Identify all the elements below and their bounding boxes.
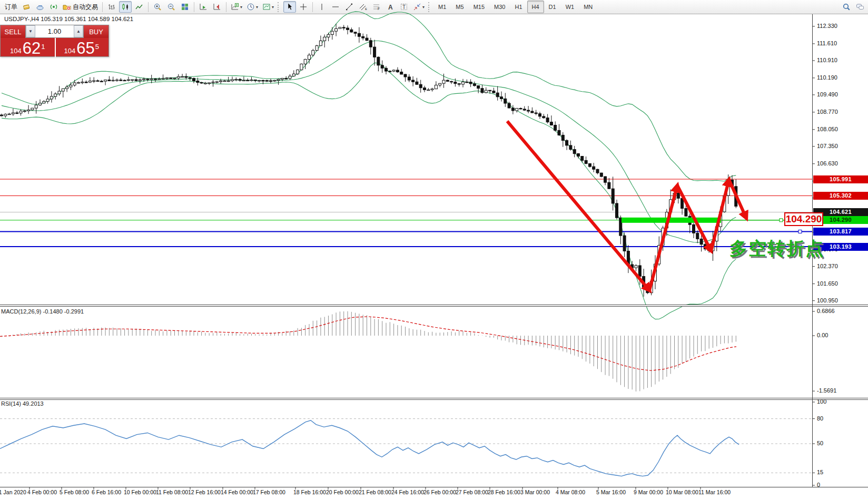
candle [458, 83, 460, 86]
price-scale-tick: 100.950 [817, 297, 838, 304]
sell-price-point: 1 [41, 43, 45, 51]
candle [477, 85, 480, 93]
time-axis-label: 28 Feb 16:00 [488, 489, 520, 495]
candle [347, 25, 349, 34]
rsi-label: RSI(14) 49.2013 [1, 400, 44, 407]
candle [319, 36, 322, 46]
candle [350, 27, 353, 33]
price-scale-tick: 112.330 [817, 23, 837, 29]
candle [131, 79, 134, 82]
candle [27, 105, 30, 114]
volume-up-button[interactable]: ▲ [74, 25, 83, 37]
macd-signal-line [0, 317, 736, 370]
time-axis-label: 4 Feb 00:00 [27, 489, 57, 495]
candle [342, 25, 345, 30]
candle [473, 82, 476, 87]
pane-separator-rsi[interactable] [0, 398, 868, 400]
candle [381, 61, 383, 73]
candle [558, 124, 560, 136]
candle [496, 86, 499, 101]
candle [292, 70, 295, 76]
macd-scale-tick: -1.5691 [817, 387, 836, 394]
candle [54, 92, 57, 100]
line-anchor-handle[interactable] [798, 230, 802, 233]
candle [58, 86, 61, 95]
trend-arrow[interactable] [649, 185, 677, 290]
candle [215, 81, 218, 83]
candle [539, 112, 541, 119]
mt4-terminal: 订单自动交易▾▾▾EFAT▾M1M5M15M30H1H4D1W1MN USDJP… [0, 0, 868, 499]
candle [550, 115, 553, 125]
candle [300, 64, 303, 71]
line-anchor-handle[interactable] [780, 219, 783, 222]
candle [327, 33, 330, 41]
candle [150, 75, 153, 83]
candle [596, 169, 599, 174]
candle [700, 236, 703, 252]
buy-price[interactable]: 104 65 5 [55, 38, 109, 57]
candle [508, 102, 510, 109]
candle [446, 80, 449, 82]
candle [419, 80, 422, 93]
candle [635, 264, 637, 271]
price-scale-tick: 107.350 [817, 143, 838, 149]
rsi-scale-tick: 0 [817, 482, 820, 488]
candle [593, 163, 595, 172]
candle [535, 110, 537, 115]
chart-annotation-text[interactable]: 多空转折点 [729, 237, 824, 261]
rsi-line [0, 420, 739, 476]
trend-arrow[interactable] [711, 180, 729, 251]
rsi-scale-tick: 50 [817, 440, 823, 446]
volume-value[interactable]: 1.00 [35, 25, 74, 37]
pane-separator-macd[interactable] [0, 305, 868, 307]
candle [127, 76, 130, 81]
trend-arrow[interactable] [507, 121, 649, 290]
candle [366, 34, 368, 41]
volume-spinner: ▼ 1.00 ▲ [25, 25, 84, 38]
candle [561, 132, 564, 147]
sell-price[interactable]: 104 62 1 [1, 38, 55, 57]
highlighted-support-bar[interactable] [622, 218, 721, 223]
candle [31, 108, 34, 111]
candle [96, 80, 99, 82]
candle [577, 153, 580, 159]
time-axis-label: 18 Feb 16:00 [293, 489, 326, 495]
candlesticks [1, 24, 737, 297]
candle [70, 82, 72, 90]
time-axis-label: 10 Mar 08:00 [666, 489, 698, 495]
time-axis-label: 24 Feb 16:00 [391, 489, 424, 495]
candle [85, 81, 87, 83]
candle [50, 91, 53, 103]
candle [516, 108, 518, 112]
candle [569, 141, 572, 151]
sell-price-pips: 62 [23, 41, 41, 56]
candle [165, 77, 168, 80]
candle [546, 114, 549, 123]
candle [285, 76, 288, 80]
candle [677, 192, 679, 203]
time-axis-label: 11 Mar 16:00 [698, 489, 731, 495]
candle [270, 79, 272, 83]
candle [408, 74, 410, 82]
candle [323, 34, 326, 47]
candle [204, 82, 206, 84]
macd-indicator [0, 311, 736, 392]
price-badge-105.302: 105.302 [813, 192, 868, 200]
time-axis-label: 4 Mar 08:00 [556, 489, 585, 495]
candle [73, 80, 76, 87]
candle [193, 77, 195, 83]
candle [12, 109, 14, 116]
volume-down-button[interactable]: ▼ [26, 25, 35, 37]
macd-label: MACD(12,26,9) -0.1480 -0.2991 [1, 308, 84, 315]
candle [112, 77, 114, 82]
candle [600, 173, 603, 178]
candle [123, 80, 126, 81]
buy-button[interactable]: BUY [84, 25, 108, 38]
candle [139, 79, 141, 84]
price-callout-label[interactable]: 104.290 [784, 212, 823, 226]
candle [108, 76, 111, 81]
candle [4, 113, 7, 118]
drawn-objects[interactable] [507, 121, 809, 290]
sell-button[interactable]: SELL [1, 25, 25, 38]
candle [466, 80, 468, 83]
